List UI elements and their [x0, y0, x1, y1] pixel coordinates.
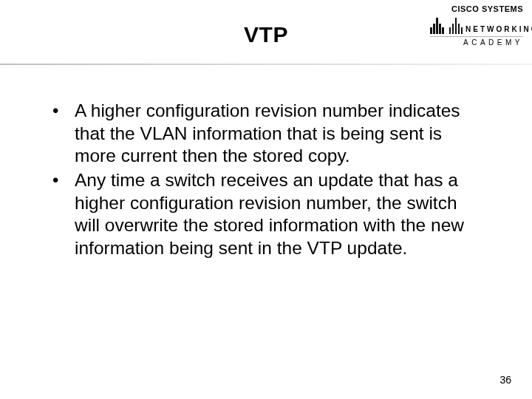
logo-company-text: CISCO SYSTEMS: [430, 4, 523, 13]
logo-line1: NETWORKING: [466, 25, 532, 34]
logo-networking-text: NETWORKING: [466, 25, 532, 34]
body-content: A higher configuration revision number i…: [48, 100, 484, 261]
list-item: Any time a switch receives an update tha…: [48, 169, 484, 260]
list-item: A higher configuration revision number i…: [48, 100, 484, 168]
header: VTP CISCO SYSTEMS NETWORKING ACADEMY: [0, 0, 532, 65]
page-number: 36: [499, 374, 511, 386]
logo-graphic: NETWORKING: [430, 15, 523, 34]
slide: VTP CISCO SYSTEMS NETWORKING ACADEMY A h…: [0, 0, 532, 399]
logo-academy-text: ACADEMY: [430, 36, 523, 47]
logo-bars-icon: [430, 15, 463, 34]
header-divider: [0, 64, 532, 65]
cisco-logo: CISCO SYSTEMS NETWORKING ACADEMY: [430, 4, 523, 59]
bullet-list: A higher configuration revision number i…: [48, 100, 484, 259]
